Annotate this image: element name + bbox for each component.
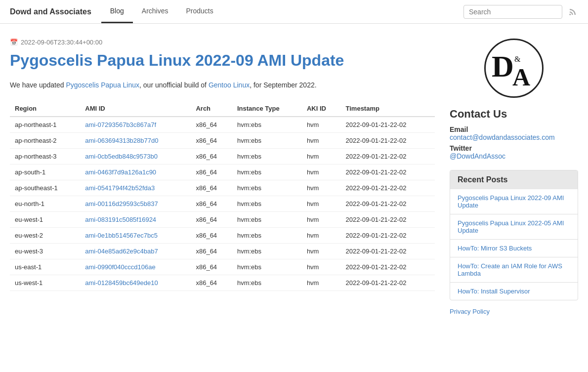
gentoo-link[interactable]: Gentoo Linux [209, 81, 250, 89]
cell-region: ap-northeast-1 [10, 117, 80, 133]
cell-timestamp: 2022-09-01-21-22-02 [341, 275, 435, 290]
cell-timestamp: 2022-09-01-21-22-02 [341, 164, 435, 180]
cell-aki-id: hvm [302, 275, 341, 290]
ami-link[interactable]: ami-083191c5085f16924 [85, 216, 156, 223]
cell-timestamp: 2022-09-01-21-22-02 [341, 243, 435, 259]
cell-instance-type: hvm:ebs [232, 164, 302, 180]
sidebar: D A & Contact Us Email contact@dowdandas… [450, 39, 578, 315]
ami-link[interactable]: ami-0990f040cccd106ae [85, 263, 155, 271]
table-row: eu-west-3 ami-04e85ad62e9c4bab7 x86_64 h… [10, 243, 435, 259]
cell-arch: x86_64 [191, 180, 232, 196]
cell-arch: x86_64 [191, 259, 232, 275]
cell-instance-type: hvm:ebs [232, 148, 302, 164]
email-link[interactable]: contact@dowdandassociates.com [450, 133, 555, 141]
search-input[interactable] [463, 5, 562, 19]
nav-products[interactable]: Products [177, 0, 222, 23]
cell-aki-id: hvm [302, 117, 341, 133]
recent-posts-header: Recent Posts [450, 170, 578, 189]
recent-post-link[interactable]: HowTo: Mirror S3 Buckets [458, 245, 532, 252]
nav-links: Blog Archives Products [101, 0, 222, 23]
recent-posts-box: Recent Posts Pygoscelis Papua Linux 2022… [450, 170, 578, 300]
cell-instance-type: hvm:ebs [232, 180, 302, 196]
cell-timestamp: 2022-09-01-21-22-02 [341, 196, 435, 211]
post-date: 📅 2022-09-06T23:30:44+00:00 [10, 39, 435, 46]
cell-ami-id: ami-04e85ad62e9c4bab7 [80, 243, 191, 259]
recent-post-item: Pygoscelis Papua Linux 2022-09 AMI Updat… [450, 189, 578, 214]
cell-region: eu-west-1 [10, 211, 80, 227]
table-row: ap-south-1 ami-0463f7d9a126a1c90 x86_64 … [10, 164, 435, 180]
ami-link[interactable]: ami-00116d29593c5b837 [85, 200, 158, 207]
calendar-icon: 📅 [10, 39, 18, 46]
ami-link[interactable]: ami-0128459bc649ede10 [85, 279, 158, 287]
cell-timestamp: 2022-09-01-21-22-02 [341, 180, 435, 196]
ami-table: Region AMI ID Arch Instance Type AKI ID … [10, 101, 435, 291]
ami-link[interactable]: ami-0cb5edb848c9573b0 [85, 153, 158, 160]
cell-arch: x86_64 [191, 132, 232, 148]
cell-ami-id: ami-063694313b28b77d0 [80, 132, 191, 148]
cell-arch: x86_64 [191, 275, 232, 290]
recent-post-link[interactable]: HowTo: Install Supervisor [458, 288, 530, 295]
table-row: ap-northeast-3 ami-0cb5edb848c9573b0 x86… [10, 148, 435, 164]
table-body: ap-northeast-1 ami-07293567b3c867a7f x86… [10, 117, 435, 291]
cell-instance-type: hvm:ebs [232, 132, 302, 148]
cell-region: eu-west-2 [10, 227, 80, 243]
recent-post-link[interactable]: Pygoscelis Papua Linux 2022-09 AMI Updat… [458, 194, 564, 209]
table-head: Region AMI ID Arch Instance Type AKI ID … [10, 101, 435, 117]
cell-instance-type: hvm:ebs [232, 227, 302, 243]
cell-aki-id: hvm [302, 180, 341, 196]
nav-archives[interactable]: Archives [133, 0, 177, 23]
logo-box: D A & [484, 39, 544, 98]
main-content: 📅 2022-09-06T23:30:44+00:00 Pygoscelis P… [10, 39, 435, 315]
cell-ami-id: ami-07293567b3c867a7f [80, 117, 191, 133]
ami-link[interactable]: ami-0541794f42b52fda3 [85, 184, 155, 192]
email-row: Email contact@dowdandassociates.com [450, 125, 578, 141]
cell-aki-id: hvm [302, 132, 341, 148]
cell-region: ap-south-1 [10, 164, 80, 180]
svg-point-0 [569, 13, 571, 15]
twitter-row: Twitter @DowdAndAssoc [450, 144, 578, 160]
cell-instance-type: hvm:ebs [232, 243, 302, 259]
privacy-policy-link[interactable]: Privacy Policy [450, 308, 578, 315]
recent-post-link[interactable]: Pygoscelis Papua Linux 2022-05 AMI Updat… [458, 219, 564, 234]
cell-ami-id: ami-0541794f42b52fda3 [80, 180, 191, 196]
cell-arch: x86_64 [191, 196, 232, 211]
cell-timestamp: 2022-09-01-21-22-02 [341, 117, 435, 133]
nav-blog[interactable]: Blog [101, 0, 133, 23]
cell-ami-id: ami-083191c5085f16924 [80, 211, 191, 227]
pygoscelis-link[interactable]: Pygoscelis Papua Linux [66, 81, 139, 89]
post-intro: We have updated Pygoscelis Papua Linux, … [10, 80, 435, 90]
cell-ami-id: ami-0cb5edb848c9573b0 [80, 148, 191, 164]
cell-arch: x86_64 [191, 211, 232, 227]
sidebar-logo: D A & [450, 39, 578, 98]
cell-aki-id: hvm [302, 148, 341, 164]
cell-instance-type: hvm:ebs [232, 211, 302, 227]
col-instance-type: Instance Type [232, 101, 302, 117]
cell-ami-id: ami-0990f040cccd106ae [80, 259, 191, 275]
svg-text:D: D [492, 49, 514, 83]
post-date-text: 2022-09-06T23:30:44+00:00 [21, 39, 102, 46]
contact-title: Contact Us [450, 108, 578, 121]
svg-text:&: & [514, 55, 521, 63]
post-title: Pygoscelis Papua Linux 2022-09 AMI Updat… [10, 51, 435, 70]
ami-link[interactable]: ami-04e85ad62e9c4bab7 [85, 248, 158, 255]
col-region: Region [10, 101, 80, 117]
ami-link[interactable]: ami-0e1bb514567ec7bc5 [85, 232, 158, 239]
table-row: ap-northeast-1 ami-07293567b3c867a7f x86… [10, 117, 435, 133]
email-label: Email [450, 125, 468, 133]
site-brand[interactable]: Dowd and Associates [10, 7, 91, 16]
cell-arch: x86_64 [191, 164, 232, 180]
table-row: eu-west-2 ami-0e1bb514567ec7bc5 x86_64 h… [10, 227, 435, 243]
cell-instance-type: hvm:ebs [232, 196, 302, 211]
recent-post-link[interactable]: HowTo: Create an IAM Role for AWS Lambda [458, 262, 562, 277]
ami-link[interactable]: ami-07293567b3c867a7f [85, 121, 156, 128]
cell-aki-id: hvm [302, 227, 341, 243]
rss-icon[interactable] [567, 6, 578, 17]
ami-link[interactable]: ami-063694313b28b77d0 [85, 137, 158, 144]
ami-link[interactable]: ami-0463f7d9a126a1c90 [85, 168, 156, 176]
twitter-link[interactable]: @DowdAndAssoc [450, 152, 505, 160]
cell-region: us-east-1 [10, 259, 80, 275]
cell-region: eu-north-1 [10, 196, 80, 211]
table-row: ap-northeast-2 ami-063694313b28b77d0 x86… [10, 132, 435, 148]
cell-ami-id: ami-0e1bb514567ec7bc5 [80, 227, 191, 243]
logo-svg: D A & [487, 41, 541, 95]
